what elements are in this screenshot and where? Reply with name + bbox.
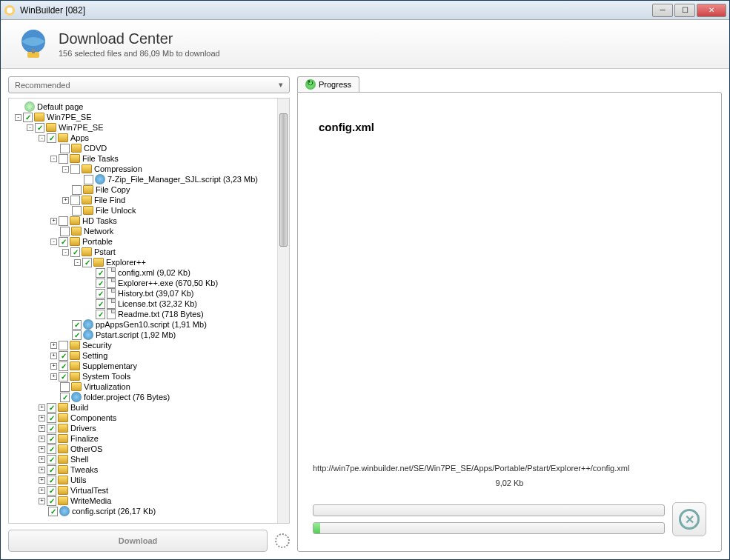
checkbox[interactable] (72, 320, 82, 330)
collapse-icon[interactable]: - (62, 166, 69, 173)
checkbox[interactable] (96, 268, 105, 278)
tree-node[interactable]: -Win7PE_SE (12, 112, 286, 122)
expand-icon[interactable]: + (39, 415, 45, 421)
checkbox[interactable] (72, 330, 82, 340)
tree-node[interactable]: config.script (26,17 Kb) (12, 506, 286, 516)
collapse-icon[interactable]: - (50, 156, 57, 162)
scroll-thumb[interactable] (279, 113, 288, 247)
tab-progress[interactable]: Progress (297, 76, 359, 92)
tree-node[interactable]: Readme.txt (718 Bytes) (12, 309, 286, 319)
tree-node[interactable]: +Utils (12, 475, 286, 485)
checkbox[interactable] (47, 465, 56, 475)
tree-node[interactable]: -Win7PE_SE (12, 122, 286, 133)
tree-node[interactable]: -Portable (12, 236, 286, 247)
tree-node[interactable]: folder.project (76 Bytes) (12, 392, 286, 402)
tree-node[interactable]: +WriteMedia (12, 496, 286, 506)
tree-node[interactable]: +Tweaks (12, 464, 286, 475)
checkbox[interactable] (60, 227, 70, 236)
tree-node[interactable]: Pstart.script (1,92 Mb) (12, 330, 286, 340)
checkbox[interactable] (47, 444, 56, 454)
tree-node[interactable]: -Explorer++ (12, 257, 286, 267)
checkbox[interactable] (70, 247, 80, 257)
checkbox[interactable] (23, 113, 33, 122)
checkbox[interactable] (82, 258, 92, 267)
minimize-button[interactable]: ─ (652, 4, 673, 17)
checkbox[interactable] (70, 164, 80, 174)
titlebar[interactable]: WinBuilder [082] ─ ☐ ✕ (1, 1, 729, 20)
collapse-icon[interactable]: - (62, 249, 69, 256)
checkbox[interactable] (59, 372, 68, 381)
tree-node[interactable]: ppAppsGen10.script (1,91 Mb) (12, 319, 286, 330)
checkbox[interactable] (35, 123, 44, 133)
tree-node[interactable]: +Finalize (12, 433, 286, 444)
checkbox[interactable] (60, 382, 70, 392)
expand-icon[interactable]: + (50, 353, 57, 359)
tree-node[interactable]: +File Find (12, 195, 286, 205)
tree-node[interactable]: Default page (12, 101, 286, 112)
expand-icon[interactable]: + (39, 456, 45, 463)
tree-node[interactable]: Network (12, 226, 286, 236)
tree-node[interactable]: +HD Tasks (12, 216, 286, 226)
file-tree[interactable]: Default page-Win7PE_SE-Win7PE_SE-AppsCDV… (8, 98, 290, 524)
checkbox[interactable] (72, 206, 82, 216)
checkbox[interactable] (47, 486, 56, 496)
tree-node[interactable]: File Copy (12, 184, 286, 195)
expand-icon[interactable]: + (50, 342, 57, 349)
tree-node[interactable]: CDVD (12, 143, 286, 153)
tree-node[interactable]: +Security (12, 340, 286, 350)
checkbox[interactable] (70, 196, 80, 205)
checkbox[interactable] (47, 476, 56, 485)
checkbox[interactable] (59, 154, 68, 164)
checkbox[interactable] (47, 403, 56, 413)
checkbox[interactable] (47, 133, 56, 143)
tree-scrollbar[interactable] (277, 99, 289, 523)
collapse-icon[interactable]: - (39, 135, 45, 141)
checkbox[interactable] (96, 299, 105, 309)
close-button[interactable]: ✕ (697, 4, 726, 17)
checkbox[interactable] (59, 351, 68, 361)
checkbox[interactable] (59, 237, 68, 247)
expand-icon[interactable]: + (50, 363, 57, 370)
tree-node[interactable]: +System Tools (12, 371, 286, 381)
tree-node[interactable]: -Apps (12, 133, 286, 143)
tree-node[interactable]: +OtherOS (12, 444, 286, 454)
checkbox[interactable] (47, 496, 56, 506)
expand-icon[interactable]: + (39, 446, 45, 453)
checkbox[interactable] (72, 185, 82, 195)
checkbox[interactable] (84, 175, 93, 184)
tree-node[interactable]: +Setting (12, 350, 286, 361)
tree-node[interactable]: +Components (12, 413, 286, 423)
checkbox[interactable] (47, 424, 56, 433)
tree-node[interactable]: 7-Zip_File_Manager_SJL.script (3,23 Mb) (12, 174, 286, 184)
cancel-button[interactable]: ✕ (672, 502, 706, 536)
tree-node[interactable]: +Build (12, 402, 286, 413)
collapse-icon[interactable]: - (50, 239, 57, 245)
tree-node[interactable]: -Pstart (12, 247, 286, 257)
tree-node[interactable]: +Supplementary (12, 361, 286, 371)
tree-node[interactable]: +VirtualTest (12, 485, 286, 496)
tree-node[interactable]: +Shell (12, 454, 286, 464)
server-dropdown[interactable]: Recommended ▾ (8, 76, 290, 93)
checkbox[interactable] (48, 507, 58, 516)
checkbox[interactable] (47, 413, 56, 423)
checkbox[interactable] (96, 289, 105, 299)
expand-icon[interactable]: + (39, 487, 45, 494)
checkbox[interactable] (59, 361, 68, 371)
expand-icon[interactable]: + (39, 467, 45, 473)
checkbox[interactable] (47, 455, 56, 464)
expand-icon[interactable]: + (39, 425, 45, 432)
checkbox[interactable] (59, 216, 68, 226)
maximize-button[interactable]: ☐ (674, 4, 695, 17)
checkbox[interactable] (60, 393, 70, 402)
collapse-icon[interactable]: - (27, 124, 33, 131)
tree-node[interactable]: File Unlock (12, 205, 286, 216)
expand-icon[interactable]: + (50, 218, 57, 224)
tree-node[interactable]: History.txt (39,07 Kb) (12, 288, 286, 299)
expand-icon[interactable]: + (62, 197, 69, 204)
checkbox[interactable] (59, 341, 68, 350)
collapse-icon[interactable]: - (74, 259, 81, 266)
checkbox[interactable] (96, 310, 105, 319)
tree-node[interactable]: License.txt (32,32 Kb) (12, 299, 286, 309)
expand-icon[interactable]: + (39, 477, 45, 484)
expand-icon[interactable]: + (50, 373, 57, 380)
